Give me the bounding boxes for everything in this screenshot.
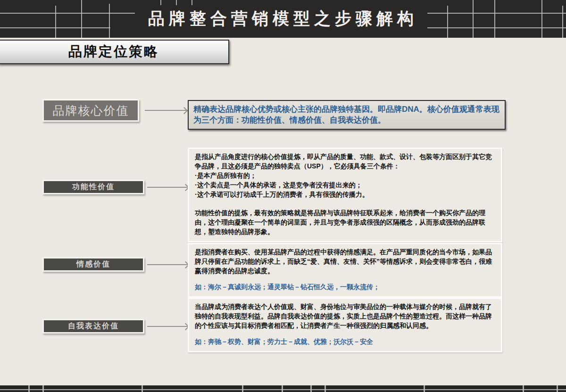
emotional-value-description: 是指消费者在购买、使用某品牌产品的过程中获得的情感满足。在产品严重同质化的当今市…: [195, 248, 495, 276]
emotional-value-description-box: 是指消费者在购买、使用某品牌产品的过程中获得的情感满足。在产品严重同质化的当今市…: [188, 243, 502, 298]
section-title: 品牌定位策略: [68, 42, 159, 61]
header-bar: 品牌整合营销模型之步骤解构: [0, 0, 566, 38]
section-title-box: 品牌定位策略: [0, 40, 229, 64]
arrow-right-icon: [147, 187, 188, 188]
grid-line: [310, 385, 312, 392]
self-expression-value-examples: 如：奔驰－权势、财富；劳力士－成就、优雅；沃尔沃－安全: [195, 337, 495, 347]
grid-line: [242, 385, 243, 392]
grid-line: [176, 0, 177, 5]
emotional-value-examples: 如：海尔－真诚到永远；通灵翠钻－钻石恒久远，一颗永流传；: [195, 283, 495, 292]
grid-line: [191, 0, 192, 5]
core-value-description: 精确表达品牌核心优势或核心主张的品牌独特基因。即品牌DNA。核心价值观通常表现为…: [193, 105, 499, 125]
self-expression-value-description-box: 当品牌成为消费者表达个人价值观、财富、身份地位与审美品位的一种载体与媒介的时候，…: [188, 298, 502, 352]
label-box-functional-value: 功能性价值: [42, 180, 144, 194]
slide: 品牌整合营销模型之步骤解构 品牌定位策略 品牌核心价值 精确表达品牌核心优势或核…: [0, 0, 566, 392]
label-core-value: 品牌核心价值: [53, 103, 129, 118]
grid-line: [325, 385, 326, 392]
label-box-emotional-value: 情感价值: [42, 257, 144, 272]
arrow-right-icon: [147, 264, 188, 265]
core-value-description-box: 精确表达品牌核心优势或核心主张的品牌独特基因。即品牌DNA。核心价值观通常表现为…: [188, 100, 506, 130]
self-expression-value-description: 当品牌成为消费者表达个人价值观、财富、身份地位与审美品位的一种载体与媒介的时候，…: [195, 302, 495, 331]
label-box-core-value: 品牌核心价值: [42, 99, 139, 122]
label-functional-value: 功能性价值: [72, 182, 115, 192]
grid-line: [424, 385, 425, 392]
label-emotional-value: 情感价值: [76, 259, 110, 269]
arrow-right-icon: [145, 110, 186, 111]
grid-line: [0, 389, 566, 390]
grid-line: [142, 385, 143, 392]
label-self-expression-value: 自我表达价值: [68, 321, 119, 331]
grid-line: [523, 385, 524, 392]
grid-line: [28, 385, 30, 392]
page-title: 品牌整合营销模型之步骤解构: [0, 8, 566, 30]
grid-line: [42, 385, 44, 392]
footer-bar: [0, 385, 566, 392]
functional-value-description: 是指从产品角度进行的核心价值提炼，即从产品的质量、功能、款式、设计、包装等方面区…: [195, 152, 495, 237]
label-box-self-expression-value: 自我表达价值: [42, 319, 144, 334]
grid-line: [282, 385, 283, 392]
functional-value-description-box: 是指从产品角度进行的核心价值提炼，即从产品的质量、功能、款式、设计、包装等方面区…: [188, 148, 502, 242]
grid-line: [557, 385, 558, 392]
grid-line: [160, 0, 161, 5]
arrow-right-icon: [147, 326, 188, 327]
